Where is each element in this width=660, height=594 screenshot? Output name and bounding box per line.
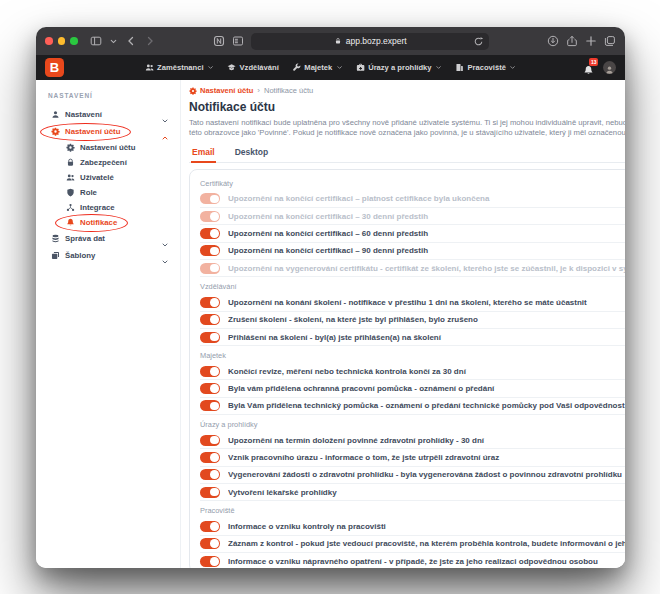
sidebar-item-nastaveni[interactable]: Nastavení — [48, 106, 180, 123]
notification-row: Informace o vzniku kontroly na pracovišt… — [200, 518, 625, 535]
notification-label: Vznik pracovního úrazu - informace o tom… — [228, 453, 625, 462]
new-tab-icon[interactable] — [585, 35, 597, 47]
notification-row: Upozornění na končící certifikaci – 30 d… — [200, 208, 625, 225]
content-area: NASTAVENÍ NastaveníNastavení účtuNastave… — [36, 80, 625, 568]
users-icon — [145, 63, 154, 72]
notification-row: Byla vám přidělena ochranná pracovní pom… — [200, 380, 625, 397]
toggle-switch[interactable] — [200, 263, 220, 274]
forward-icon[interactable] — [144, 35, 156, 47]
notification-label: Zrušení školení - školení, na které jste… — [228, 315, 625, 324]
zoom-window-button[interactable] — [70, 37, 78, 45]
page-title: Notifikace účtu — [189, 100, 625, 114]
sidebar-item-main: Nastavení účtu — [63, 142, 138, 153]
toggle-switch[interactable] — [200, 452, 220, 463]
sidebar-item-main: Šablony — [48, 250, 98, 261]
person-icon — [51, 110, 60, 119]
notification-label: Končící revize, měření nebo technická ko… — [228, 367, 625, 376]
nav-item-label: Majetek — [304, 63, 332, 72]
lock-icon — [66, 158, 75, 167]
sidebar-item-label: Nastavení účtu — [80, 143, 135, 152]
nav-item-zamestnanci[interactable]: Zaměstnanci — [145, 63, 214, 72]
nav-item-majetek[interactable]: Majetek — [292, 63, 343, 72]
toggle-switch[interactable] — [200, 366, 220, 377]
lock-icon — [334, 37, 342, 45]
notification-label: Upozornění na termín doložení povinné zd… — [228, 436, 625, 445]
tab-bar: EmailDesktop — [189, 145, 625, 163]
sidebar-item-zabezpeceni[interactable]: Zabezpečení — [63, 155, 180, 170]
notifications-card: CertifikátyUpozornění na končící certifi… — [189, 169, 625, 568]
notification-row: Upozornění na termín doložení povinné zd… — [200, 432, 625, 449]
minimize-window-button[interactable] — [58, 37, 66, 45]
toggle-switch[interactable] — [200, 314, 220, 325]
notification-row: Vznik pracovního úrazu - informace o tom… — [200, 449, 625, 466]
notification-row: Upozornění na končící certifikaci – plat… — [200, 191, 625, 208]
reload-icon[interactable] — [473, 36, 484, 47]
toggle-switch[interactable] — [200, 211, 220, 222]
section-header-majetek: Majetek — [200, 346, 625, 363]
nodes-icon — [66, 203, 75, 212]
back-icon[interactable] — [125, 35, 137, 47]
sidebar-item-role[interactable]: Role — [63, 185, 180, 200]
toggle-switch[interactable] — [200, 383, 220, 394]
notification-label: Byla vám přidělena ochranná pracovní pom… — [228, 384, 625, 393]
close-window-button[interactable] — [45, 37, 53, 45]
nav-item-urazy-a-prohlidky[interactable]: Úrazy a prohlídky — [356, 63, 442, 72]
nav-item-pracoviste[interactable]: Pracoviště — [455, 63, 516, 72]
sidebar-item-label: Integrace — [80, 203, 115, 212]
sidebar-item-notifikace[interactable]: Notifikace — [63, 215, 180, 230]
nav-item-vzdelavani[interactable]: Vzdělávání — [227, 63, 279, 72]
section-header-pracoviste: Pracoviště — [200, 501, 625, 518]
toggle-switch[interactable] — [200, 245, 220, 256]
toggle-switch[interactable] — [200, 487, 220, 498]
medkit-icon — [356, 63, 365, 72]
sidebar-item-nastaveni-uctu[interactable]: Nastavení účtu — [48, 123, 180, 140]
toggle-switch[interactable] — [200, 332, 220, 343]
gear-icon — [66, 143, 75, 152]
toggle-switch[interactable] — [200, 228, 220, 239]
bell-icon — [66, 218, 75, 227]
address-bar[interactable]: app.bozp.expert — [251, 33, 489, 50]
notification-row: Záznam z kontrol - pokud jste vedoucí pr… — [200, 536, 625, 553]
toggle-switch[interactable] — [200, 193, 220, 204]
reader-icon[interactable] — [232, 35, 244, 47]
chevron-down-icon[interactable] — [109, 37, 118, 46]
sidebar-panel-icon[interactable] — [90, 35, 102, 47]
sidebar-item-uzivatele[interactable]: Uživatelé — [63, 170, 180, 185]
toggle-switch[interactable] — [200, 435, 220, 446]
database-icon — [51, 234, 60, 243]
sidebar-item-main: Notifikace — [63, 217, 120, 228]
navbar-right: 13 — [583, 61, 616, 74]
notification-label: Upozornění na končící certifikaci – plat… — [228, 194, 625, 203]
sidebar-item-label: Notifikace — [80, 218, 117, 227]
share-icon[interactable] — [566, 35, 578, 47]
notifications-bell-icon[interactable]: 13 — [583, 62, 594, 73]
notification-row: Upozornění na končící certifikaci – 60 d… — [200, 225, 625, 242]
extension-n-icon[interactable] — [213, 35, 225, 47]
sidebar-item-sprava-dat[interactable]: Správa dat — [48, 230, 180, 247]
sidebar-item-sablony[interactable]: Šablony — [48, 247, 180, 264]
tabs-overview-icon[interactable] — [604, 35, 616, 47]
notification-row: Vygenerování žádosti o zdravotní prohlíd… — [200, 467, 625, 484]
download-icon[interactable] — [547, 35, 559, 47]
breadcrumb-parent[interactable]: Nastavení účtu — [189, 86, 253, 95]
avatar[interactable] — [603, 61, 616, 74]
browser-toolbar: app.bozp.expert — [36, 27, 625, 55]
tab-email[interactable]: Email — [191, 145, 216, 163]
toggle-switch[interactable] — [200, 469, 220, 480]
breadcrumb-separator: › — [257, 86, 260, 95]
breadcrumb-parent-label: Nastavení účtu — [200, 86, 253, 95]
chevron-down-icon — [161, 235, 169, 243]
tab-desktop[interactable]: Desktop — [234, 145, 270, 162]
notification-row: Informace o vzniku nápravného opatření -… — [200, 553, 625, 568]
toggle-switch[interactable] — [200, 538, 220, 549]
notification-row: Upozornění na konání školení - notifikac… — [200, 294, 625, 311]
app-logo[interactable]: B — [45, 58, 64, 77]
sidebar-item-nastaveni-uctu[interactable]: Nastavení účtu — [63, 140, 180, 155]
toggle-switch[interactable] — [200, 521, 220, 532]
window-controls — [45, 37, 78, 45]
sidebar-item-integrace[interactable]: Integrace — [63, 200, 180, 215]
toggle-switch[interactable] — [200, 556, 220, 567]
chevron-down-icon — [336, 64, 343, 71]
toggle-switch[interactable] — [200, 400, 220, 411]
toggle-switch[interactable] — [200, 297, 220, 308]
